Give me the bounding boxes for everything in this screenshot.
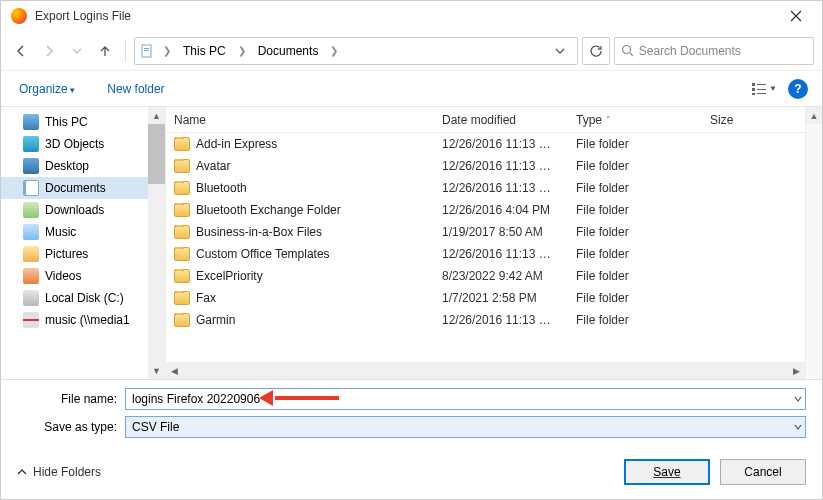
save-button[interactable]: Save bbox=[624, 459, 710, 485]
tree-item-music-media1[interactable]: music (\\media1 bbox=[1, 309, 165, 331]
breadcrumb-label: This PC bbox=[183, 44, 226, 58]
vertical-scrollbar[interactable]: ▲ bbox=[805, 107, 822, 379]
chevron-right-icon: ❯ bbox=[328, 45, 340, 56]
saveastype-select[interactable] bbox=[125, 416, 806, 438]
file-row[interactable]: Custom Office Templates12/26/2016 11:13 … bbox=[166, 243, 805, 265]
file-date-cell: 1/7/2021 2:58 PM bbox=[442, 291, 576, 305]
file-name-label: Fax bbox=[196, 291, 216, 305]
column-header-type[interactable]: Type ˄ bbox=[576, 113, 710, 127]
column-header-date[interactable]: Date modified bbox=[442, 113, 576, 127]
filename-dropdown[interactable] bbox=[790, 388, 806, 410]
tree-item-music[interactable]: Music bbox=[1, 221, 165, 243]
file-date-cell: 12/26/2016 11:13 … bbox=[442, 181, 576, 195]
titlebar: Export Logins File bbox=[1, 1, 822, 31]
file-type-cell: File folder bbox=[576, 137, 710, 151]
svg-rect-6 bbox=[752, 93, 755, 95]
svg-point-3 bbox=[623, 46, 631, 54]
file-date-cell: 8/23/2022 9:42 AM bbox=[442, 269, 576, 283]
file-name-cell: Fax bbox=[174, 291, 442, 305]
toolbar: Organize New folder ▼ ? bbox=[1, 71, 822, 107]
tree-item-label: Videos bbox=[45, 269, 81, 283]
file-row[interactable]: Garmin12/26/2016 11:13 …File folder bbox=[166, 309, 805, 331]
cancel-button[interactable]: Cancel bbox=[720, 459, 806, 485]
folder-icon bbox=[174, 313, 190, 327]
tree-item-3d-objects[interactable]: 3D Objects bbox=[1, 133, 165, 155]
file-row[interactable]: Bluetooth Exchange Folder12/26/2016 4:04… bbox=[166, 199, 805, 221]
scroll-left-button[interactable]: ◀ bbox=[166, 362, 183, 379]
new-folder-button[interactable]: New folder bbox=[103, 78, 168, 100]
chevron-right-icon: ❯ bbox=[161, 45, 173, 56]
docs-icon bbox=[23, 180, 39, 196]
svg-rect-1 bbox=[144, 48, 149, 49]
back-button[interactable] bbox=[9, 39, 33, 63]
breadcrumb-label: Documents bbox=[258, 44, 319, 58]
tree-item-documents[interactable]: Documents bbox=[1, 177, 165, 199]
file-row[interactable]: Business-in-a-Box Files1/19/2017 8:50 AM… bbox=[166, 221, 805, 243]
file-name-cell: Avatar bbox=[174, 159, 442, 173]
file-row[interactable]: Bluetooth12/26/2016 11:13 …File folder bbox=[166, 177, 805, 199]
recent-locations-button[interactable] bbox=[65, 39, 89, 63]
save-form: File name: Save as type: bbox=[1, 379, 822, 443]
column-headers: Name Date modified Type ˄ Size bbox=[166, 107, 805, 133]
address-bar[interactable]: ❯ This PC ❯ Documents ❯ bbox=[134, 37, 578, 65]
scroll-up-button[interactable]: ▲ bbox=[148, 107, 165, 124]
close-button[interactable] bbox=[776, 2, 816, 30]
3d-icon bbox=[23, 136, 39, 152]
file-name-label: Custom Office Templates bbox=[196, 247, 330, 261]
refresh-button[interactable] bbox=[582, 37, 610, 65]
tree-item-pictures[interactable]: Pictures bbox=[1, 243, 165, 265]
tree-item-videos[interactable]: Videos bbox=[1, 265, 165, 287]
breadcrumb-this-pc[interactable]: This PC bbox=[179, 42, 230, 60]
file-type-cell: File folder bbox=[576, 247, 710, 261]
search-box[interactable] bbox=[614, 37, 814, 65]
column-header-name[interactable]: Name bbox=[174, 113, 442, 127]
view-options-button[interactable]: ▼ bbox=[750, 78, 778, 100]
tree-item-desktop[interactable]: Desktop bbox=[1, 155, 165, 177]
organize-menu[interactable]: Organize bbox=[15, 78, 79, 100]
svg-rect-2 bbox=[144, 50, 149, 51]
view-details-icon bbox=[751, 82, 767, 96]
scroll-right-button[interactable]: ▶ bbox=[788, 362, 805, 379]
tree-item-label: Local Disk (C:) bbox=[45, 291, 124, 305]
tree-item-downloads[interactable]: Downloads bbox=[1, 199, 165, 221]
svg-rect-9 bbox=[757, 93, 766, 94]
file-row[interactable]: Fax1/7/2021 2:58 PMFile folder bbox=[166, 287, 805, 309]
file-row[interactable]: Avatar12/26/2016 11:13 …File folder bbox=[166, 155, 805, 177]
scroll-up-button[interactable]: ▲ bbox=[806, 107, 822, 124]
forward-button[interactable] bbox=[37, 39, 61, 63]
tree-item-local-disk-c-[interactable]: Local Disk (C:) bbox=[1, 287, 165, 309]
up-button[interactable] bbox=[93, 39, 117, 63]
filename-input[interactable] bbox=[125, 388, 806, 410]
file-row[interactable]: ExcelPriority8/23/2022 9:42 AMFile folde… bbox=[166, 265, 805, 287]
scroll-down-button[interactable]: ▼ bbox=[148, 362, 165, 379]
saveastype-dropdown[interactable] bbox=[790, 416, 806, 438]
hide-folders-toggle[interactable]: Hide Folders bbox=[17, 465, 101, 479]
body-area: This PC3D ObjectsDesktopDocumentsDownloa… bbox=[1, 107, 822, 379]
tree-item-this-pc[interactable]: This PC bbox=[1, 111, 165, 133]
tree-item-label: This PC bbox=[45, 115, 88, 129]
file-name-cell: Add-in Express bbox=[174, 137, 442, 151]
pc-icon bbox=[23, 114, 39, 130]
folder-icon bbox=[174, 181, 190, 195]
tree-item-label: Downloads bbox=[45, 203, 104, 217]
file-type-cell: File folder bbox=[576, 203, 710, 217]
file-name-label: Avatar bbox=[196, 159, 230, 173]
search-input[interactable] bbox=[639, 44, 807, 58]
breadcrumb-documents[interactable]: Documents bbox=[254, 42, 323, 60]
svg-rect-7 bbox=[757, 84, 766, 85]
folder-icon bbox=[174, 225, 190, 239]
file-name-label: Bluetooth Exchange Folder bbox=[196, 203, 341, 217]
file-type-cell: File folder bbox=[576, 291, 710, 305]
file-row[interactable]: Add-in Express12/26/2016 11:13 …File fol… bbox=[166, 133, 805, 155]
scroll-thumb[interactable] bbox=[148, 124, 165, 184]
address-dropdown[interactable] bbox=[555, 46, 573, 56]
column-header-size[interactable]: Size bbox=[710, 113, 805, 127]
file-date-cell: 12/26/2016 11:13 … bbox=[442, 159, 576, 173]
arrow-right-icon bbox=[42, 44, 56, 58]
folder-icon bbox=[174, 269, 190, 283]
svg-rect-8 bbox=[757, 89, 766, 90]
videos-icon bbox=[23, 268, 39, 284]
horizontal-scrollbar[interactable]: ◀ ▶ bbox=[166, 362, 805, 379]
sort-indicator-icon: ˄ bbox=[606, 115, 611, 125]
help-button[interactable]: ? bbox=[788, 79, 808, 99]
